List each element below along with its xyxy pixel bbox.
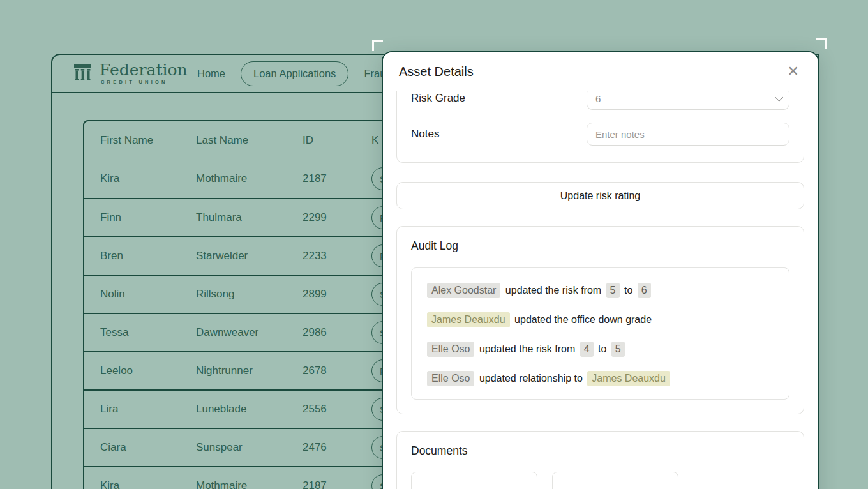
audit-text: updated the risk from	[505, 285, 601, 296]
brand-tagline: CREDIT UNION	[101, 79, 188, 85]
user-chip: Elle Oso	[427, 371, 474, 386]
cell-id: 2899	[303, 288, 371, 301]
cell-id: 2986	[303, 326, 371, 339]
cell-last-name: Nightrunner	[196, 365, 303, 377]
cell-last-name: Luneblade	[196, 403, 303, 416]
audit-text: updated relationship to	[479, 373, 583, 384]
audit-text: updated the office down grade	[514, 314, 652, 325]
audit-text: to	[598, 343, 606, 354]
cell-first-name: Nolin	[100, 288, 196, 301]
cell-id: 2233	[303, 250, 371, 262]
col-header-first-name: First Name	[100, 134, 196, 147]
cell-first-name: Finn	[100, 211, 196, 224]
cell-first-name: Kira	[100, 479, 196, 489]
nav-item-loan-applications[interactable]: Loan Applications	[241, 61, 348, 86]
user-chip-highlight: James Deauxdu	[587, 371, 670, 386]
cell-first-name: Ciara	[100, 441, 196, 454]
modal-title: Asset Details	[399, 64, 474, 79]
value-chip: 6	[638, 283, 651, 298]
audit-log-card: Audit Log Alex Goodstar updated the risk…	[396, 226, 804, 414]
audit-log-list: Alex Goodstar updated the risk from 5 to…	[411, 267, 789, 400]
notes-input[interactable]	[595, 129, 781, 140]
cell-last-name: Starwelder	[196, 250, 303, 262]
cell-last-name: Thulmara	[196, 211, 303, 224]
col-header-last-name: Last Name	[196, 134, 303, 147]
cell-last-name: Mothmaire	[196, 172, 303, 185]
brand-name: Federation	[100, 63, 188, 78]
cell-last-name: Dawnweaver	[196, 326, 303, 339]
cell-last-name: Sunspear	[196, 441, 303, 454]
nav-item-home[interactable]: Home	[197, 68, 225, 80]
cell-id: 2556	[303, 403, 371, 416]
cell-id: 2299	[303, 211, 371, 224]
cell-first-name: Bren	[100, 250, 196, 262]
user-chip: Elle Oso	[427, 342, 474, 357]
notes-label: Notes	[411, 128, 439, 140]
audit-log-entry: Alex Goodstar updated the risk from 5 to…	[427, 283, 774, 298]
audit-log-title: Audit Log	[411, 239, 789, 253]
cell-last-name: Rillsong	[196, 288, 303, 301]
value-chip: 5	[611, 342, 625, 357]
cell-id: 2187	[303, 172, 371, 185]
audit-log-entry: James Deauxdu updated the office down gr…	[427, 312, 774, 327]
cell-first-name: Leeloo	[100, 365, 196, 377]
corner-bracket-top-right	[816, 38, 827, 49]
risk-grade-label: Risk Grade	[411, 92, 465, 105]
close-icon[interactable]: ✕	[785, 62, 802, 81]
value-chip: 5	[606, 283, 620, 298]
value-chip: 4	[580, 342, 594, 357]
documents-buttons: Truth in lendingLoan application	[411, 472, 789, 489]
document-button-truth-in-lending[interactable]: Truth in lending	[411, 472, 537, 489]
risk-grade-value: 6	[595, 93, 601, 104]
cell-first-name: Lira	[100, 403, 196, 416]
audit-text: to	[624, 285, 632, 296]
documents-title: Documents	[411, 444, 789, 458]
cell-id: 2187	[303, 479, 371, 489]
cell-first-name: Kira	[100, 172, 196, 185]
chevron-down-icon	[775, 93, 783, 102]
bank-columns-icon	[73, 64, 92, 84]
cell-first-name: Tessa	[100, 326, 196, 339]
cell-id: 2476	[303, 441, 371, 454]
cell-last-name: Mothmaire	[196, 479, 303, 489]
audit-log-entry: Elle Oso updated relationship to James D…	[427, 371, 774, 386]
brand-logo[interactable]: Federation CREDIT UNION	[73, 63, 174, 85]
audit-text: updated the risk from	[479, 343, 575, 354]
asset-details-modal: Asset Details ✕ Risk Grade 6 Notes Updat…	[382, 51, 819, 489]
user-chip-highlight: James Deauxdu	[427, 312, 510, 327]
notes-field-wrap	[587, 123, 789, 146]
cell-id: 2678	[303, 365, 371, 377]
user-chip: Alex Goodstar	[427, 283, 500, 298]
corner-bracket-top-left	[372, 40, 383, 51]
modal-header: Asset Details ✕	[383, 52, 818, 91]
documents-card: Documents Truth in lendingLoan applicati…	[396, 431, 804, 489]
update-risk-rating-button[interactable]: Update risk rating	[396, 182, 804, 209]
nav-items: HomeLoan ApplicationsFraud	[197, 61, 391, 86]
audit-log-entry: Elle Oso updated the risk from 4 to 5	[427, 342, 774, 357]
document-button-loan-application[interactable]: Loan application	[552, 472, 678, 489]
col-header-id: ID	[303, 134, 371, 147]
